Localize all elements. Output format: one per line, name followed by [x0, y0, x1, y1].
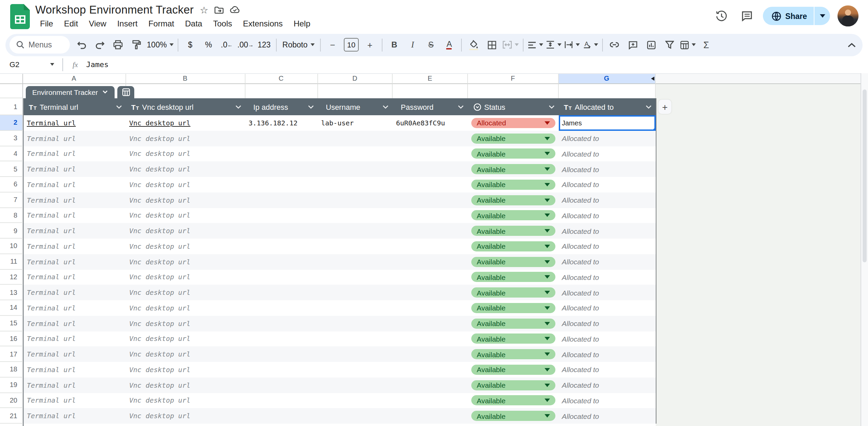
status-chip-available[interactable]: Available	[471, 210, 555, 221]
row-header-5[interactable]: 5	[0, 162, 23, 177]
column-menu-chevron-icon[interactable]	[235, 105, 241, 109]
menu-help[interactable]: Help	[289, 18, 315, 30]
status-chip-available[interactable]: Available	[471, 164, 555, 174]
cell[interactable]	[393, 300, 468, 316]
selected-cell-g2[interactable]: James	[558, 115, 655, 131]
cell[interactable]	[393, 239, 468, 254]
cell[interactable]: Terminal url	[23, 223, 126, 239]
row-header-22[interactable]: 22	[0, 424, 23, 426]
cell[interactable]: Vnc desktop url	[126, 223, 245, 239]
search-menus-button[interactable]: Menus	[9, 36, 70, 54]
fill-color-button[interactable]	[465, 37, 483, 53]
status-chip-available[interactable]: Available	[471, 334, 555, 344]
cell[interactable]: Available	[468, 285, 558, 301]
table-options-button[interactable]	[118, 86, 135, 98]
cell[interactable]	[318, 269, 393, 285]
cell[interactable]	[393, 162, 468, 177]
text-color-button[interactable]: A	[440, 37, 458, 53]
cell[interactable]: Vnc desktop url	[126, 347, 245, 362]
cell[interactable]: Vnc desktop url	[126, 239, 245, 254]
row-header-11[interactable]: 11	[0, 254, 23, 270]
status-chip-available[interactable]: Available	[471, 395, 555, 406]
cell[interactable]	[245, 331, 318, 347]
row-header-16[interactable]: 16	[0, 331, 23, 347]
column-menu-chevron-icon[interactable]	[116, 105, 122, 109]
cell[interactable]	[393, 146, 468, 162]
cell[interactable]: Terminal url	[23, 177, 126, 192]
font-selector[interactable]: Roboto	[279, 37, 317, 53]
version-history-icon[interactable]	[713, 7, 730, 25]
cell[interactable]: Vnc desktop url	[126, 254, 245, 270]
cell[interactable]: Vnc desktop url	[126, 177, 245, 192]
cell[interactable]: Allocated to	[558, 162, 655, 177]
cell[interactable]: Terminal url	[23, 269, 126, 285]
table-name-chip[interactable]: Environment Tracker	[25, 86, 115, 98]
cell[interactable]: Allocated to	[558, 254, 655, 270]
share-dropdown-button[interactable]	[814, 7, 830, 25]
column-menu-chevron-icon[interactable]	[458, 105, 464, 109]
italic-button[interactable]: I	[403, 37, 422, 53]
cell[interactable]: Available	[468, 331, 558, 347]
menu-insert[interactable]: Insert	[113, 18, 142, 30]
cell[interactable]	[393, 378, 468, 393]
menu-data[interactable]: Data	[180, 18, 207, 30]
cell[interactable]	[318, 362, 393, 378]
cell[interactable]	[318, 424, 393, 426]
status-chip-available[interactable]: Available	[471, 149, 555, 159]
cell[interactable]: Allocated to	[558, 316, 655, 331]
cell[interactable]	[245, 177, 318, 192]
cell[interactable]: Terminal url	[23, 239, 126, 254]
column-header-b[interactable]: B	[126, 74, 245, 84]
cell[interactable]: Allocated to	[558, 146, 655, 162]
status-chip-available[interactable]: Available	[471, 133, 555, 143]
cell[interactable]	[393, 362, 468, 378]
cell[interactable]: Terminal url	[23, 316, 126, 331]
decrease-decimal-button[interactable]: .0←	[218, 37, 236, 53]
undo-button[interactable]	[72, 37, 91, 53]
table-header-vnc-desktop-url[interactable]: TTVnc desktop url	[126, 98, 245, 115]
cell[interactable]: Available	[468, 300, 558, 316]
cell[interactable]	[558, 424, 655, 426]
status-chip-available[interactable]: Available	[471, 287, 555, 298]
cell[interactable]: Vnc desktop url	[126, 192, 245, 208]
cell[interactable]	[393, 254, 468, 270]
row-header-2[interactable]: 2	[0, 115, 23, 131]
increase-font-size-button[interactable]: +	[361, 37, 379, 53]
row-header-20[interactable]: 20	[0, 393, 23, 408]
cell[interactable]: Vnc desktop url	[126, 331, 245, 347]
cell[interactable]	[318, 192, 393, 208]
status-chip-available[interactable]: Available	[471, 365, 555, 375]
status-chip-available[interactable]: Available	[471, 318, 555, 328]
column-menu-chevron-icon[interactable]	[382, 105, 389, 109]
status-chip-available[interactable]: Available	[471, 180, 555, 190]
cell[interactable]	[245, 146, 318, 162]
cell[interactable]	[393, 408, 468, 424]
redo-button[interactable]	[91, 37, 109, 53]
status-chip-available[interactable]: Available	[471, 380, 555, 390]
functions-button[interactable]: Σ	[697, 37, 715, 53]
cell[interactable]: Terminal url	[23, 378, 126, 393]
add-column-button[interactable]: +	[658, 100, 671, 114]
print-button[interactable]	[109, 37, 127, 53]
row-header-18[interactable]: 18	[0, 362, 23, 378]
cell[interactable]	[393, 177, 468, 192]
cell[interactable]	[245, 347, 318, 362]
font-size-input[interactable]: 10	[344, 38, 359, 52]
cell[interactable]	[245, 285, 318, 301]
collapse-toolbar-icon[interactable]	[848, 34, 856, 56]
more-formats-button[interactable]: 123	[255, 37, 273, 53]
cell[interactable]	[245, 300, 318, 316]
row-header-21[interactable]: 21	[0, 408, 23, 424]
cell[interactable]	[318, 393, 393, 408]
cell[interactable]: Allocated to	[558, 131, 655, 146]
cell[interactable]	[245, 239, 318, 254]
cell[interactable]	[393, 192, 468, 208]
cell[interactable]: Available	[468, 347, 558, 362]
strikethrough-button[interactable]: S	[422, 37, 440, 53]
cell[interactable]	[393, 131, 468, 146]
row-header-17[interactable]: 17	[0, 347, 23, 362]
cell[interactable]: Allocated to	[558, 269, 655, 285]
cell[interactable]: Terminal url	[23, 254, 126, 270]
cell[interactable]: Vnc desktop url	[126, 115, 245, 131]
row-header-10[interactable]: 10	[0, 239, 23, 254]
